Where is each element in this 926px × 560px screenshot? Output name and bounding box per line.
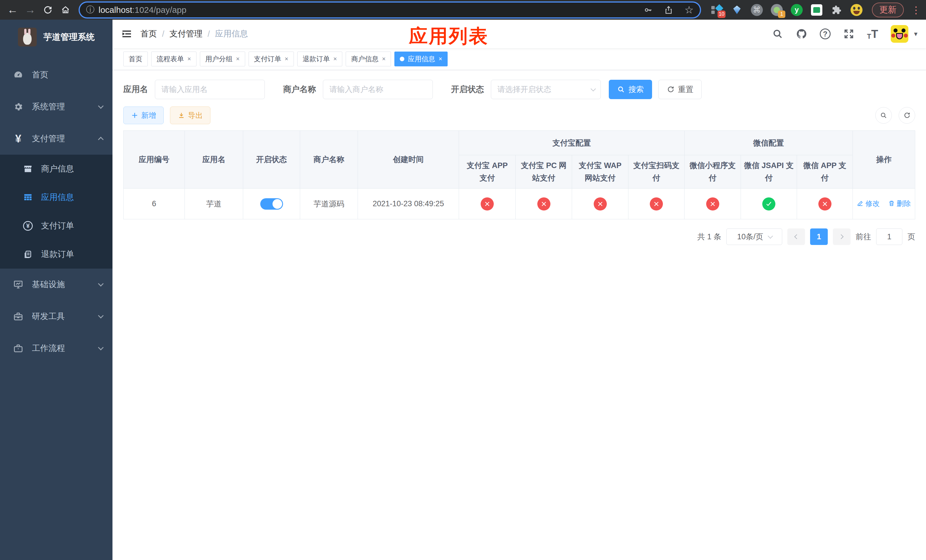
help-icon[interactable]: ? (820, 29, 831, 39)
cell-wechat-app (797, 189, 853, 219)
prev-page-button[interactable] (787, 229, 805, 245)
fullscreen-icon[interactable] (843, 28, 855, 39)
toggle-search-button[interactable] (875, 107, 892, 124)
page-title-annotation: 应用列表 (409, 23, 489, 49)
sidebar-item-payment[interactable]: ¥ 支付管理 (0, 123, 112, 155)
sidebar-collapse-icon[interactable] (121, 28, 132, 39)
sidebar-item-home[interactable]: 首页 (0, 59, 112, 91)
status-select[interactable]: 请选择开启状态 (491, 80, 601, 99)
close-icon[interactable]: × (188, 55, 191, 63)
tab-user-group[interactable]: 用户分组× (200, 51, 245, 67)
share-icon[interactable] (664, 5, 673, 15)
next-page-button[interactable] (833, 229, 850, 245)
search-icon[interactable] (772, 28, 783, 39)
profile-emoji-icon[interactable] (850, 4, 863, 16)
extension-chat-icon[interactable] (810, 4, 823, 16)
export-button[interactable]: 导出 (170, 106, 210, 124)
password-key-icon[interactable] (643, 5, 653, 15)
avatar[interactable] (891, 25, 908, 43)
extensions-puzzle-icon[interactable] (830, 4, 843, 16)
goto-suffix: 页 (908, 232, 915, 242)
total-count: 共 1 条 (698, 232, 721, 242)
col-alipay-wap: 支付宝 WAP 网站支付 (572, 155, 628, 189)
sidebar-item-workflow[interactable]: 工作流程 (0, 332, 112, 364)
col-wechat-jsapi: 微信 JSAPI 支付 (741, 155, 797, 189)
forward-icon[interactable]: → (23, 3, 38, 17)
sidebar-item-infrastructure[interactable]: 基础设施 (0, 269, 112, 301)
search-button[interactable]: 搜索 (609, 80, 652, 99)
page-number-1[interactable]: 1 (810, 229, 828, 245)
col-alipay-qr: 支付宝扫码支付 (628, 155, 684, 189)
delete-button[interactable]: 删除 (888, 199, 911, 208)
extension-gem-icon[interactable] (731, 4, 743, 16)
cell-app-name: 芋道 (185, 189, 243, 219)
content-area: 应用名 商户名称 开启状态 请选择开启状态 搜索 重置 (112, 70, 926, 560)
chevron-down-icon (98, 103, 104, 109)
sidebar-item-merchant-info[interactable]: 商户信息 (0, 155, 112, 183)
tab-refund-orders[interactable]: 退款订单× (297, 51, 342, 67)
reload-icon[interactable] (41, 3, 55, 17)
goto-prefix: 前往 (856, 232, 871, 242)
sidebar-item-app-info[interactable]: 应用信息 (0, 183, 112, 212)
app-name-input[interactable] (155, 80, 265, 99)
breadcrumb-home[interactable]: 首页 (141, 28, 157, 39)
sidebar-item-label: 系统管理 (32, 101, 65, 112)
font-size-icon[interactable]: TT (867, 28, 878, 41)
breadcrumb-payment[interactable]: 支付管理 (169, 28, 203, 39)
extension-y-icon[interactable]: y (790, 4, 803, 16)
sidebar-item-label: 研发工具 (32, 311, 65, 322)
sidebar-item-label: 退款订单 (41, 249, 74, 260)
status-icon (650, 197, 663, 210)
tab-home[interactable]: 首页 (123, 51, 148, 67)
reset-button[interactable]: 重置 (658, 80, 702, 99)
sidebar-logo[interactable]: 芋道管理系统 (0, 20, 112, 54)
merchant-name-input[interactable] (323, 80, 433, 99)
home-icon[interactable] (58, 3, 73, 17)
status-icon (594, 197, 607, 210)
tab-merchant-info[interactable]: 商户信息× (346, 51, 391, 67)
page-size-select[interactable]: 10条/页 (726, 229, 782, 245)
col-merchant: 商户名称 (300, 131, 358, 189)
url-bar[interactable]: ⓘ localhost:1024/pay/app ☆ (80, 3, 700, 17)
sidebar-item-refund-orders[interactable]: 退款订单 (0, 240, 112, 269)
goto-page-input[interactable] (876, 229, 902, 245)
status-toggle[interactable] (260, 198, 283, 210)
sidebar-item-system[interactable]: 系统管理 (0, 91, 112, 123)
sidebar-item-label: 首页 (32, 69, 48, 80)
chrome-update-button[interactable]: 更新 (872, 3, 904, 17)
close-icon[interactable]: × (285, 55, 289, 63)
tab-app-info[interactable]: 应用信息× (394, 51, 448, 67)
close-icon[interactable]: × (236, 55, 240, 63)
extension-sidebar-icon[interactable]: 10 (711, 4, 723, 16)
monitor-icon (12, 279, 24, 290)
cell-wechat-jsapi (741, 189, 797, 219)
user-menu-caret-icon[interactable]: ▾ (914, 30, 917, 38)
add-button[interactable]: 新增 (123, 106, 164, 124)
chevron-down-icon (98, 313, 104, 318)
extension-command-icon[interactable]: ⌘ (750, 4, 763, 16)
extension-recorder-icon[interactable]: 1 (770, 4, 783, 16)
edit-button[interactable]: 修改 (857, 199, 879, 208)
active-dot (400, 57, 404, 61)
sidebar-item-dev-tools[interactable]: 研发工具 (0, 301, 112, 332)
grid-table-icon (22, 192, 33, 202)
tab-process-form[interactable]: 流程表单× (151, 51, 197, 67)
github-icon[interactable] (796, 28, 807, 39)
status-icon (706, 197, 719, 210)
close-icon[interactable]: × (439, 55, 442, 63)
gear-icon (12, 102, 24, 112)
back-icon[interactable]: ← (5, 3, 20, 17)
tab-pay-orders[interactable]: 支付订单× (248, 51, 294, 67)
close-icon[interactable]: × (333, 55, 337, 63)
sidebar-item-pay-orders[interactable]: ¥ 支付订单 (0, 212, 112, 240)
breadcrumb-separator: / (162, 29, 164, 39)
bookmark-star-icon[interactable]: ☆ (684, 4, 694, 16)
close-icon[interactable]: × (382, 55, 386, 63)
refresh-button[interactable] (899, 107, 915, 124)
cell-wechat-mini (684, 189, 741, 219)
logo-image (18, 28, 37, 47)
page-info-icon[interactable]: ⓘ (86, 4, 95, 16)
browser-menu-icon[interactable]: ⋮ (911, 4, 921, 16)
yen-circle-icon: ¥ (22, 221, 33, 231)
col-created: 创建时间 (358, 131, 459, 189)
